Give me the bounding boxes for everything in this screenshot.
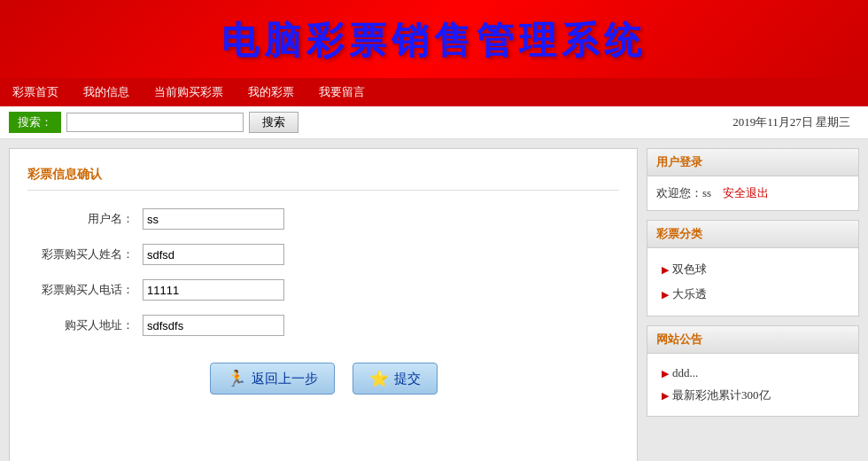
site-title: 电脑彩票销售管理系统 — [0, 16, 868, 66]
notice-arrow-1: ▶ — [662, 368, 669, 379]
notice-arrow-2: ▶ — [662, 390, 669, 402]
nav-myinfo[interactable]: 我的信息 — [71, 79, 142, 105]
search-bar: 搜索： 搜索 2019年11月27日 星期三 — [0, 106, 868, 139]
submit-icon: ⭐ — [369, 369, 389, 388]
form-row-username: 用户名： — [27, 208, 619, 230]
back-button[interactable]: 🏃 返回上一步 — [210, 363, 335, 395]
arrow-icon-2: ▶ — [662, 289, 669, 301]
nav-home[interactable]: 彩票首页 — [0, 79, 71, 105]
input-buyer-phone[interactable] — [143, 279, 284, 301]
sidebar-notice: 网站公告 ▶ ddd... ▶ 最新彩池累计300亿 — [647, 325, 859, 417]
content-area: 彩票信息确认 用户名： 彩票购买人姓名： 彩票购买人电话： 购买人地址： 🏃 返… — [9, 148, 638, 461]
sidebar-notice-title: 网站公告 — [647, 326, 858, 354]
welcome-text: 欢迎您：ss — [656, 186, 711, 199]
form-row-buyer-phone: 彩票购买人电话： — [27, 279, 619, 301]
sidebar-lottery-title: 彩票分类 — [647, 221, 858, 248]
arrow-icon-1: ▶ — [662, 264, 669, 276]
label-username: 用户名： — [27, 211, 143, 227]
notice-label-2: 最新彩池累计300亿 — [672, 387, 771, 403]
notice-item-1[interactable]: ▶ ddd... — [656, 363, 849, 384]
logout-link[interactable]: 安全退出 — [723, 186, 769, 199]
sidebar-login: 用户登录 欢迎您：ss 安全退出 — [647, 148, 859, 211]
navbar: 彩票首页 我的信息 当前购买彩票 我的彩票 我要留言 — [0, 78, 868, 106]
current-date: 2019年11月27日 星期三 — [732, 114, 859, 130]
label-buyer-address: 购买人地址： — [27, 317, 143, 333]
search-button[interactable]: 搜索 — [249, 112, 298, 133]
notice-item-2[interactable]: ▶ 最新彩池累计300亿 — [656, 384, 849, 407]
notice-label-1: ddd... — [672, 366, 698, 380]
lottery-item-shuangseqiu[interactable]: ▶ 双色球 — [656, 257, 849, 282]
input-username[interactable] — [143, 208, 284, 230]
label-buyer-name: 彩票购买人姓名： — [27, 246, 143, 262]
lottery-item-daletou[interactable]: ▶ 大乐透 — [656, 282, 849, 307]
search-label: 搜索： — [9, 112, 61, 133]
button-area: 🏃 返回上一步 ⭐ 提交 — [27, 363, 619, 395]
main-layout: 彩票信息确认 用户名： 彩票购买人姓名： 彩票购买人电话： 购买人地址： 🏃 返… — [0, 139, 868, 461]
lottery-label-1: 双色球 — [672, 262, 707, 277]
input-buyer-address[interactable] — [143, 315, 284, 336]
header: 电脑彩票销售管理系统 — [0, 0, 868, 78]
submit-button-label: 提交 — [394, 371, 421, 387]
label-buyer-phone: 彩票购买人电话： — [27, 282, 143, 298]
nav-message[interactable]: 我要留言 — [306, 79, 377, 105]
form-row-buyer-name: 彩票购买人姓名： — [27, 244, 619, 265]
lottery-label-2: 大乐透 — [672, 286, 707, 302]
form-row-buyer-address: 购买人地址： — [27, 315, 619, 336]
back-icon: 🏃 — [227, 369, 246, 388]
sidebar-welcome: 欢迎您：ss 安全退出 — [656, 185, 849, 201]
nav-current[interactable]: 当前购买彩票 — [142, 79, 236, 105]
nav-mylottery[interactable]: 我的彩票 — [236, 79, 306, 105]
submit-button[interactable]: ⭐ 提交 — [353, 363, 438, 395]
input-buyer-name[interactable] — [143, 244, 284, 265]
back-button-label: 返回上一步 — [252, 371, 318, 387]
search-input[interactable] — [66, 113, 244, 132]
sidebar-login-title: 用户登录 — [647, 149, 858, 176]
sidebar-lottery-category: 彩票分类 ▶ 双色球 ▶ 大乐透 — [647, 220, 859, 316]
sidebar: 用户登录 欢迎您：ss 安全退出 彩票分类 ▶ 双色球 ▶ 大乐透 — [647, 148, 859, 461]
form-section-title: 彩票信息确认 — [27, 167, 619, 191]
